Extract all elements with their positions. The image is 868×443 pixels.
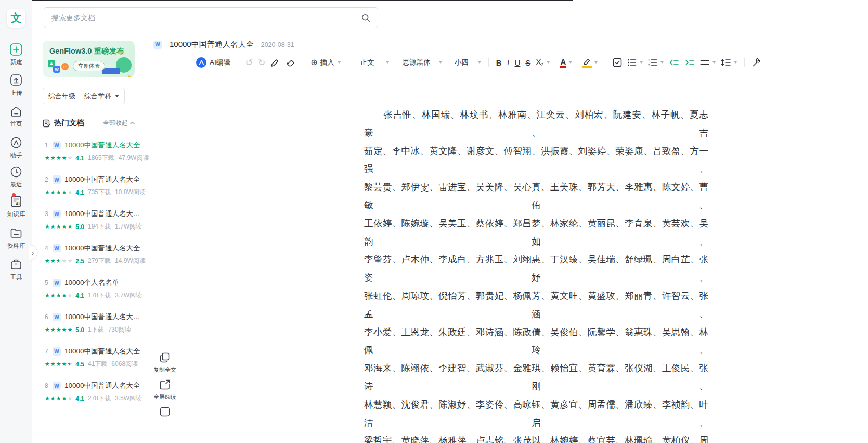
checkbox-list-button[interactable]: [610, 55, 625, 70]
font-color-button[interactable]: A: [558, 55, 575, 70]
underline-button[interactable]: U: [512, 55, 523, 70]
download-count: 41下载: [88, 360, 107, 369]
doc-list-item[interactable]: 8W10000中国普通人名大全★★★★★★★★★★4.1278下载3.5W阅读: [32, 377, 142, 411]
chevron-down-icon: [660, 61, 664, 64]
doc-text-line[interactable]: 李小爱、王恩龙、朱政廷、邓诗涵、陈政倩、吴俊伯、阮馨学、翁惠珠、吴思翰、林佩玲、: [364, 323, 708, 360]
doc-list-item[interactable]: 4W10000中国普通人名大全★★★★★★★★★★2.5279下载14.9W阅读: [32, 239, 142, 274]
doc-item-title[interactable]: 10000中国普通人名大…: [64, 209, 140, 219]
insert-button[interactable]: ⊕ 插入: [308, 55, 343, 70]
chevron-down-icon: [338, 61, 341, 64]
filter-divider: [80, 93, 80, 99]
rail-item-assistant[interactable]: 助手: [0, 136, 32, 159]
chevron-down-icon: [547, 61, 550, 64]
more-action-button-partial[interactable]: [154, 406, 176, 417]
doc-item-title[interactable]: 10000中国普通人名大全: [64, 141, 140, 150]
doc-text-line[interactable]: 李肇芬、卢木仲、李成白、方兆玉、刘翊惠、丁汉臻、吴佳瑞、舒绿珮、周白芷、张姿妤、: [364, 250, 708, 287]
rail-item-home[interactable]: 首页: [0, 105, 32, 128]
bold-button[interactable]: B: [494, 55, 504, 70]
rail-item-recent[interactable]: 最近: [0, 165, 32, 188]
doc-item-title[interactable]: 10000中国普通人名大全: [64, 175, 140, 184]
doc-list-item[interactable]: 7W10000中国普通人名大全★★★★★★★★★★4.541下载6068阅读: [32, 343, 142, 377]
grade-subject-filter[interactable]: 综合年级 综合学科: [43, 88, 125, 104]
doc-item-title[interactable]: 10000个人名名单: [64, 278, 119, 287]
fullscreen-read-button[interactable]: 全屏阅读: [154, 379, 176, 401]
doc-item-number: 6: [45, 313, 53, 321]
line-spacing-button[interactable]: [718, 55, 740, 70]
rail-item-tools[interactable]: 工具: [0, 258, 32, 281]
search-icon[interactable]: [361, 14, 370, 22]
hot-docs-title: 热门文档: [54, 118, 84, 128]
rail-label-assistant: 助手: [10, 151, 22, 159]
fullscreen-read-label: 全屏阅读: [154, 393, 176, 401]
read-count: 10.8W阅读: [115, 188, 146, 197]
strikethrough-button[interactable]: S: [523, 55, 533, 70]
doc-list-item[interactable]: 5W10000个人名名单★★★★★★★★★★4.1178下载3.7W阅读: [32, 274, 142, 308]
collapse-all-label: 全部收起: [103, 119, 128, 128]
doc-text-line[interactable]: 张虹伦、周琼玟、倪怡芳、郭贵妃、杨佩芳、黄文旺、黄盛玫、郑丽青、许智云、张孟涵、: [364, 287, 708, 323]
doc-text-line[interactable]: 邓海来、陈翊依、李建智、武淑芬、金雅琪、赖怡宜、黄育霖、张仪湖、王俊民、张诗刚、: [364, 359, 708, 396]
word-doc-icon: W: [53, 313, 61, 321]
copy-fulltext-button[interactable]: 复制全文: [154, 352, 176, 374]
chevron-down-icon: [734, 61, 737, 64]
ai-edit-button[interactable]: AI编辑: [193, 55, 233, 70]
doc-list-item[interactable]: 3W10000中国普通人名大…★★★★★★★★★★5.0194下载1.7W阅读: [32, 205, 142, 239]
doc-text-line[interactable]: 茹定、李中冰、黄文隆、谢彦文、傅智翔、洪振霞、刘姿婷、荣姿康、吕致盈、方一强、: [364, 142, 708, 179]
banner-cta-button[interactable]: 立即体验: [73, 61, 105, 71]
collapse-all-button[interactable]: 全部收起: [103, 119, 135, 128]
doc-text-line[interactable]: 黎芸贵、郑伊雯、雷进宝、吴美隆、吴心真、王美珠、郭芳天、李雅惠、陈文婷、曹敏侑、: [364, 178, 708, 214]
font-family-select[interactable]: 思源黑体: [400, 55, 445, 70]
doc-list-item[interactable]: 2W10000中国普通人名大全★★★★★★★★★★4.1735下载10.8W阅读: [32, 171, 142, 205]
doc-item-title[interactable]: 10000中国普通人名大…: [64, 312, 140, 322]
rating-value: 4.1: [75, 155, 84, 162]
subscript-button[interactable]: X2: [533, 55, 552, 70]
app-logo-glyph: 文: [11, 11, 22, 26]
doc-item-title[interactable]: 10000中国普通人名大全: [64, 347, 140, 356]
ai-doc-icon: AI: [9, 195, 23, 208]
doc-text-line[interactable]: 林慧颖、沈俊君、陈淑妤、李姿伶、高咏钰、黄彦宜、周孟儒、潘欣臻、李祯韵、叶洁启、: [364, 396, 708, 432]
font-size-value: 小四: [455, 58, 469, 67]
rail-item-knowledge[interactable]: AI 知识库: [0, 195, 32, 218]
redo-button[interactable]: ↻: [255, 55, 268, 70]
window-top-edge: [0, 0, 573, 1]
rail-label-knowledge: 知识库: [7, 210, 25, 218]
doc-text-line[interactable]: 梁哲宇、黄晓萍、杨雅萍、卢志铭、张茂以、林婉婷、蔡宜芸、林珮瑜、黄柏仪、周逸珮、: [364, 432, 708, 443]
svg-text:2: 2: [648, 64, 650, 67]
highlight-button[interactable]: [580, 55, 600, 70]
rail-item-upload[interactable]: 上传: [0, 73, 32, 97]
bullet-list-button[interactable]: [625, 55, 645, 70]
upload-icon: [9, 73, 23, 87]
increase-indent-button[interactable]: [682, 55, 697, 70]
partial-action-icon: [159, 406, 171, 417]
undo-icon: ↺: [245, 57, 253, 68]
italic-button[interactable]: I: [504, 55, 512, 70]
document-content[interactable]: 张吉惟、林国瑞、林玟书、林雅南、江奕云、刘柏宏、阮建安、林子帆、夏志豪、吉茹定、…: [364, 106, 708, 443]
doc-item-number: 8: [45, 382, 53, 389]
doc-text-line[interactable]: 王依婷、陈婉璇、吴美玉、蔡依婷、郑昌梦、林家纶、黄丽昆、李育泉、黄芸欢、吴韵如、: [364, 214, 708, 251]
rail-item-library[interactable]: 资料库: [0, 226, 32, 250]
font-size-select[interactable]: 小四: [452, 55, 484, 70]
genflow-banner[interactable]: GenFlow3.0重磅发布 A W P ⋯ 立即体验: [43, 41, 135, 77]
search-input[interactable]: [51, 14, 361, 22]
read-count: 6068阅读: [111, 360, 138, 369]
settings-wrench-button[interactable]: [749, 55, 764, 70]
rail-item-new[interactable]: 新建: [0, 43, 32, 66]
alignment-button[interactable]: [697, 55, 718, 70]
doc-list-item[interactable]: 6W10000中国普通人名大…★★★★★★★★★★5.01下载730阅读: [32, 308, 142, 343]
eraser-button[interactable]: [283, 55, 298, 70]
undo-button[interactable]: ↺: [243, 55, 255, 70]
app-logo[interactable]: 文: [7, 9, 25, 28]
paragraph-style-select[interactable]: 正文: [358, 55, 392, 70]
doc-item-title[interactable]: 10000中国普通人名大全: [64, 381, 140, 390]
download-count: 194下载: [88, 222, 111, 231]
decrease-indent-button[interactable]: [666, 55, 682, 70]
doc-item-number: 3: [45, 210, 53, 218]
doc-text-line[interactable]: 张吉惟、林国瑞、林玟书、林雅南、江奕云、刘柏宏、阮建安、林子帆、夏志豪、吉: [364, 106, 708, 142]
doc-item-title[interactable]: 10000中国普通人名大全: [64, 244, 140, 253]
format-painter-button[interactable]: [268, 55, 283, 70]
toolbar-divider: [238, 58, 238, 67]
chevron-down-icon: [439, 61, 442, 64]
numbered-list-button[interactable]: 12: [645, 55, 666, 70]
clock-icon: [9, 165, 23, 179]
rail-label-upload: 上传: [10, 89, 22, 97]
doc-list-item[interactable]: 1W10000中国普通人名大全★★★★★★★★★★4.11865下载47.9W阅…: [32, 136, 142, 171]
